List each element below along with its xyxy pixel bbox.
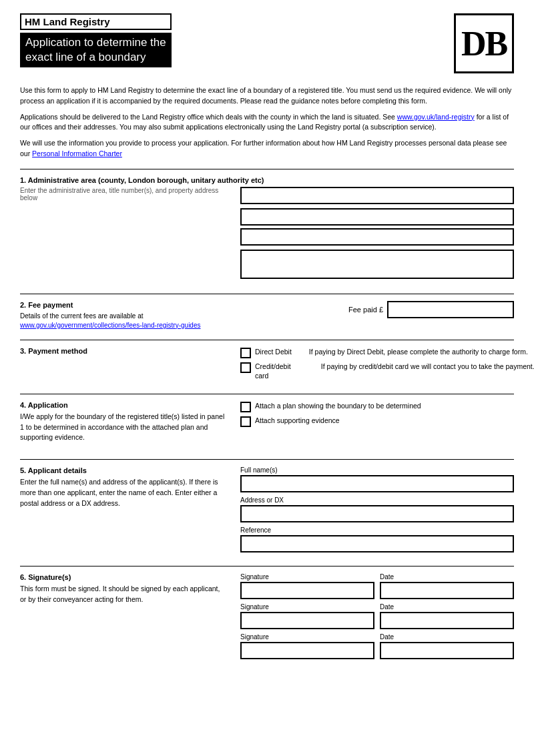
applicant-name-input[interactable]	[240, 475, 514, 492]
panel-1-right	[240, 187, 514, 284]
panel-4-form: 4. Application I/We apply for the bounda…	[20, 401, 514, 450]
intro-para1: Use this form to apply to HM Land Regist…	[20, 85, 514, 107]
sig-row-1: Signature Date	[240, 573, 514, 599]
applicant-ref-label: Reference	[240, 526, 514, 534]
sig-3-group: Signature	[240, 633, 374, 659]
panel-6-left: 6. Signature(s) This form must be signed…	[20, 573, 227, 663]
panel-2-form: 2. Fee payment Details of the current fe…	[20, 301, 514, 330]
date-1-group: Date	[380, 573, 514, 599]
panel-5-form: 5. Applicant details Enter the full name…	[20, 466, 514, 556]
panel-2-section: 2. Fee payment Details of the current fe…	[20, 301, 514, 330]
applicant-ref-input[interactable]	[240, 535, 514, 552]
applicant-name-label: Full name(s)	[240, 466, 514, 474]
sig-input-1[interactable]	[240, 582, 374, 599]
panel-6-desc: This form must be signed. It should be s…	[20, 584, 227, 605]
db-logo: DB	[454, 13, 514, 73]
app-checkbox-1-label: Attach a plan showing the boundary to be…	[255, 401, 421, 411]
divider-5	[20, 459, 514, 460]
panel-3-left: 3. Payment method	[20, 347, 227, 384]
applicant-address-row: Address or DX	[240, 496, 514, 522]
app-checkbox-1[interactable]	[240, 402, 251, 412]
panel-1-form: Enter the administrative area, title num…	[20, 187, 514, 284]
panel-5-section: 5. Applicant details Enter the full name…	[20, 466, 514, 556]
panel-3-title: 3. Payment method	[20, 347, 227, 355]
gov-link[interactable]: www.gov.uk/land-registry	[397, 113, 475, 121]
app-checkbox-1-row: Attach a plan showing the boundary to be…	[240, 401, 514, 412]
sig-label-2: Signature	[240, 603, 374, 611]
sig-input-3[interactable]	[240, 642, 374, 659]
header-left: HM Land Registry Application to determin…	[20, 13, 172, 67]
admin-area-input[interactable]	[240, 187, 514, 204]
sig-label-1: Signature	[240, 573, 374, 581]
personal-info-link[interactable]: Personal Information Charter	[32, 149, 122, 157]
company-name: HM Land Registry	[20, 13, 172, 30]
fee-input[interactable]	[387, 301, 514, 318]
date-2-group: Date	[380, 603, 514, 629]
app-checkbox-2-row: Attach supporting evidence	[240, 416, 514, 427]
title-number-input[interactable]	[240, 208, 514, 226]
intro-para4: We will use the information you provide …	[20, 138, 514, 159]
admin-description: Enter the administrative area, title num…	[20, 187, 227, 202]
sig-row-2: Signature Date	[240, 603, 514, 629]
applicant-name-row: Full name(s)	[240, 466, 514, 492]
fee-row: Fee paid £	[240, 301, 514, 318]
panel-3-right: Direct Debit If paying by Direct Debit, …	[240, 347, 534, 384]
intro-para2: Applications should be delivered to the …	[20, 112, 514, 133]
panel-5-title: 5. Applicant details	[20, 466, 227, 474]
panel-6-title: 6. Signature(s)	[20, 573, 227, 581]
payment-option-2-row: Credit/debit card If paying by credit/de…	[240, 362, 534, 381]
sig-input-2[interactable]	[240, 612, 374, 629]
admin-area-row	[240, 187, 514, 204]
payment-option-2-label: Credit/debit card	[255, 362, 304, 381]
property-row	[240, 250, 514, 280]
header: HM Land Registry Application to determin…	[20, 13, 514, 73]
property-input[interactable]	[240, 250, 514, 279]
app-checkbox-2-label: Attach supporting evidence	[255, 416, 340, 426]
date-3-group: Date	[380, 633, 514, 659]
date-input-1[interactable]	[380, 582, 514, 599]
panel-2-title: 2. Fee payment	[20, 301, 227, 309]
date-input-2[interactable]	[380, 612, 514, 629]
divider-4	[20, 394, 514, 394]
title-number-row	[240, 208, 514, 246]
divider-1	[20, 169, 514, 169]
panel-2-left: 2. Fee payment Details of the current fe…	[20, 301, 227, 330]
panel-3-section: 3. Payment method Direct Debit If paying…	[20, 347, 514, 384]
panel-3-form: 3. Payment method Direct Debit If paying…	[20, 347, 514, 384]
panel-2-right: Fee paid £	[240, 301, 514, 330]
date-input-3[interactable]	[380, 642, 514, 659]
panel-5-desc: Enter the full name(s) and address of th…	[20, 477, 227, 508]
date-label-3: Date	[380, 633, 514, 641]
date-label-1: Date	[380, 573, 514, 581]
app-checkbox-2[interactable]	[240, 416, 251, 427]
sig-label-3: Signature	[240, 633, 374, 641]
fee-label: Fee paid £	[348, 306, 383, 314]
payment-option-1-row: Direct Debit If paying by Direct Debit, …	[240, 347, 534, 358]
payment-option-1-label: Direct Debit	[255, 347, 292, 357]
panel-2-intro: Details of the current fees are availabl…	[20, 312, 227, 330]
panel-1-title: 1. Administrative area (county, London b…	[20, 176, 514, 184]
panel-6-section: 6. Signature(s) This form must be signed…	[20, 573, 514, 663]
divider-6	[20, 566, 514, 566]
payment-option-1-extra: If paying by Direct Debit, please comple…	[309, 347, 528, 357]
applicant-ref-row: Reference	[240, 526, 514, 552]
panel-4-title: 4. Application	[20, 401, 227, 409]
panel-4-desc: I/We apply for the boundary of the regis…	[20, 412, 227, 443]
sig-2-group: Signature	[240, 603, 374, 629]
page-title: Application to determine the exact line …	[20, 33, 172, 67]
panel-5-right: Full name(s) Address or DX Reference	[240, 466, 514, 556]
payment-option-2-extra: If paying by credit/debit card we will c…	[321, 362, 534, 372]
payment-checkbox-2[interactable]	[240, 362, 251, 373]
fees-link[interactable]: www.gov.uk/government/collections/fees-l…	[20, 321, 227, 330]
applicant-address-input[interactable]	[240, 505, 514, 522]
payment-checkbox-1[interactable]	[240, 348, 251, 358]
panel-6-right: Signature Date Signature Date	[240, 573, 514, 663]
divider-2	[20, 294, 514, 294]
sig-row-3: Signature Date	[240, 633, 514, 659]
panel-4-right: Attach a plan showing the boundary to be…	[240, 401, 514, 450]
divider-3	[20, 340, 514, 340]
sig-1-group: Signature	[240, 573, 374, 599]
title-number-input-2[interactable]	[240, 228, 514, 246]
panel-4-section: 4. Application I/We apply for the bounda…	[20, 401, 514, 450]
date-label-2: Date	[380, 603, 514, 611]
